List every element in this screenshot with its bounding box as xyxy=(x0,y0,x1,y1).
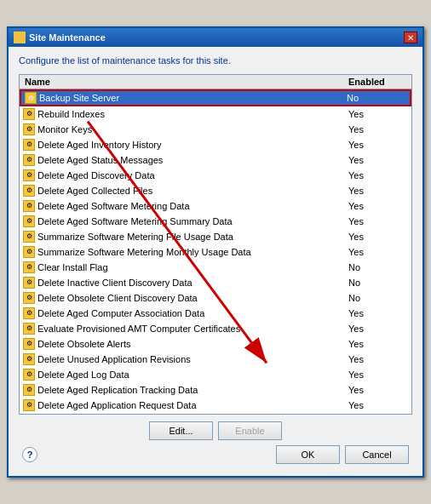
list-rows-container: ⚙ Backup Site Server No ⚙ Rebuild Indexe… xyxy=(20,89,411,415)
task-icon: ⚙ xyxy=(23,292,35,304)
row-task-name: ⚙ Backup Site Server xyxy=(25,92,347,104)
row-task-name: ⚙ Delete Aged Discovery Data xyxy=(23,169,348,181)
task-icon: ⚙ xyxy=(23,261,35,273)
task-icon: ⚙ xyxy=(23,231,35,243)
table-row[interactable]: ⚙ Rebuild Indexes Yes xyxy=(20,106,411,122)
row-enabled-value: Yes xyxy=(348,109,408,119)
description-text: Configure the list of maintenance tasks … xyxy=(19,55,412,66)
row-task-name: ⚙ Delete Aged Software Metering Data xyxy=(23,200,348,212)
edit-button[interactable]: Edit... xyxy=(149,421,213,440)
table-row[interactable]: ⚙ Delete Aged Computer Association Data … xyxy=(20,306,411,321)
task-icon: ⚙ xyxy=(23,123,35,135)
task-icon: ⚙ xyxy=(23,154,35,166)
cancel-button[interactable]: Cancel xyxy=(345,445,409,464)
row-task-name: ⚙ Delete Aged Computer Association Data xyxy=(23,307,348,319)
ok-button[interactable]: OK xyxy=(276,445,340,464)
row-task-name: ⚙ Delete Inactive Client Discovery Data xyxy=(23,277,348,289)
table-row[interactable]: ⚙ Monitor Keys Yes xyxy=(20,122,411,137)
task-icon: ⚙ xyxy=(23,108,35,120)
row-enabled-value: Yes xyxy=(348,186,408,196)
task-icon: ⚙ xyxy=(23,215,35,227)
table-row[interactable]: ⚙ Delete Aged Application Request Data Y… xyxy=(20,398,411,413)
row-enabled-value: Yes xyxy=(348,201,408,211)
table-row[interactable]: ⚙ Delete Aged Log Data Yes xyxy=(20,367,411,382)
window-title: Site Maintenance xyxy=(29,32,106,43)
task-icon: ⚙ xyxy=(23,169,35,181)
row-task-name: ⚙ Delete Aged Devices Managed by the Exc… xyxy=(23,415,348,415)
task-icon: ⚙ xyxy=(23,353,35,365)
list-header: Name Enabled xyxy=(20,75,411,89)
row-task-name: ⚙ Clear Install Flag xyxy=(23,261,348,273)
table-row[interactable]: ⚙ Delete Aged Replication Tracking Data … xyxy=(20,382,411,398)
task-icon: ⚙ xyxy=(23,307,35,319)
table-row[interactable]: ⚙ Delete Obsolete Client Discovery Data … xyxy=(20,290,411,306)
row-task-name: ⚙ Evaluate Provisioned AMT Computer Cert… xyxy=(23,323,348,335)
row-enabled-value: No xyxy=(348,293,408,303)
task-icon: ⚙ xyxy=(23,246,35,258)
task-icon: ⚙ xyxy=(23,415,35,415)
enable-button[interactable]: Enable xyxy=(218,421,282,440)
task-icon: ⚙ xyxy=(23,384,35,396)
task-list[interactable]: Name Enabled ⚙ Backup Site Server No ⚙ R… xyxy=(19,74,412,415)
title-bar: Site Maintenance ✕ xyxy=(9,28,422,47)
task-icon: ⚙ xyxy=(23,399,35,411)
row-enabled-value: No xyxy=(347,93,406,103)
row-enabled-value: Yes xyxy=(348,170,408,180)
row-task-name: ⚙ Delete Aged Software Metering Summary … xyxy=(23,215,348,227)
row-task-name: ⚙ Summarize Software Metering Monthly Us… xyxy=(23,246,348,258)
row-enabled-value: Yes xyxy=(348,232,408,242)
table-row[interactable]: ⚙ Summarize Software Metering File Usage… xyxy=(20,229,411,244)
row-enabled-value: Yes xyxy=(348,308,408,318)
column-enabled: Enabled xyxy=(348,77,408,87)
row-task-name: ⚙ Delete Aged Status Messages xyxy=(23,154,348,166)
row-task-name: ⚙ Delete Obsolete Alerts xyxy=(23,338,348,350)
row-task-name: ⚙ Delete Unused Application Revisions xyxy=(23,353,348,365)
row-task-name: ⚙ Delete Aged Inventory History xyxy=(23,139,348,151)
table-row[interactable]: ⚙ Delete Inactive Client Discovery Data … xyxy=(20,275,411,290)
table-row[interactable]: ⚙ Delete Aged Discovery Data Yes xyxy=(20,168,411,183)
table-row[interactable]: ⚙ Summarize Software Metering Monthly Us… xyxy=(20,244,411,260)
table-row[interactable]: ⚙ Delete Aged Software Metering Data Yes xyxy=(20,198,411,214)
row-task-name: ⚙ Summarize Software Metering File Usage… xyxy=(23,231,348,243)
ok-cancel-buttons: OK Cancel xyxy=(276,445,409,464)
row-task-name: ⚙ Delete Aged Log Data xyxy=(23,369,348,381)
help-button[interactable]: ? xyxy=(22,447,37,462)
row-enabled-value: Yes xyxy=(348,400,408,410)
row-enabled-value: No xyxy=(348,278,408,288)
window-body: Configure the list of maintenance tasks … xyxy=(9,47,422,476)
table-row[interactable]: ⚙ Delete Aged Inventory History Yes xyxy=(20,137,411,152)
window-icon xyxy=(14,32,26,43)
site-maintenance-window: Site Maintenance ✕ Configure the list of… xyxy=(7,26,424,478)
row-enabled-value: No xyxy=(348,262,408,272)
row-task-name: ⚙ Delete Obsolete Client Discovery Data xyxy=(23,292,348,304)
title-bar-left: Site Maintenance xyxy=(14,32,106,43)
table-row[interactable]: ⚙ Clear Install Flag No xyxy=(20,260,411,275)
table-row[interactable]: ⚙ Delete Unused Application Revisions Ye… xyxy=(20,352,411,367)
table-row[interactable]: ⚙ Delete Aged Software Metering Summary … xyxy=(20,214,411,229)
row-enabled-value: Yes xyxy=(348,140,408,150)
row-task-name: ⚙ Delete Aged Collected Files xyxy=(23,185,348,197)
table-row[interactable]: ⚙ Delete Aged Status Messages Yes xyxy=(20,152,411,168)
row-enabled-value: Yes xyxy=(348,124,408,135)
table-row[interactable]: ⚙ Backup Site Server No xyxy=(20,89,411,106)
row-enabled-value: Yes xyxy=(348,369,408,380)
table-row[interactable]: ⚙ Evaluate Provisioned AMT Computer Cert… xyxy=(20,321,411,336)
table-row[interactable]: ⚙ Delete Aged Collected Files Yes xyxy=(20,183,411,198)
row-enabled-value: Yes xyxy=(348,155,408,165)
row-task-name: ⚙ Delete Aged Replication Tracking Data xyxy=(23,384,348,396)
task-icon: ⚙ xyxy=(23,185,35,197)
row-enabled-value: Yes xyxy=(348,339,408,349)
row-task-name: ⚙ Monitor Keys xyxy=(23,123,348,135)
task-icon: ⚙ xyxy=(23,200,35,212)
close-button[interactable]: ✕ xyxy=(404,32,417,43)
row-enabled-value: Yes xyxy=(348,247,408,257)
table-row[interactable]: ⚙ Delete Aged Devices Managed by the Exc… xyxy=(20,413,411,415)
task-icon: ⚙ xyxy=(23,139,35,151)
bottom-buttons: Edit... Enable ? OK Cancel xyxy=(19,415,412,467)
row-task-name: ⚙ Rebuild Indexes xyxy=(23,108,348,120)
task-icon: ⚙ xyxy=(23,338,35,350)
table-row[interactable]: ⚙ Delete Obsolete Alerts Yes xyxy=(20,336,411,352)
row-enabled-value: Yes xyxy=(348,385,408,395)
action-buttons-row: Edit... Enable xyxy=(22,421,409,440)
row-enabled-value: Yes xyxy=(348,354,408,364)
